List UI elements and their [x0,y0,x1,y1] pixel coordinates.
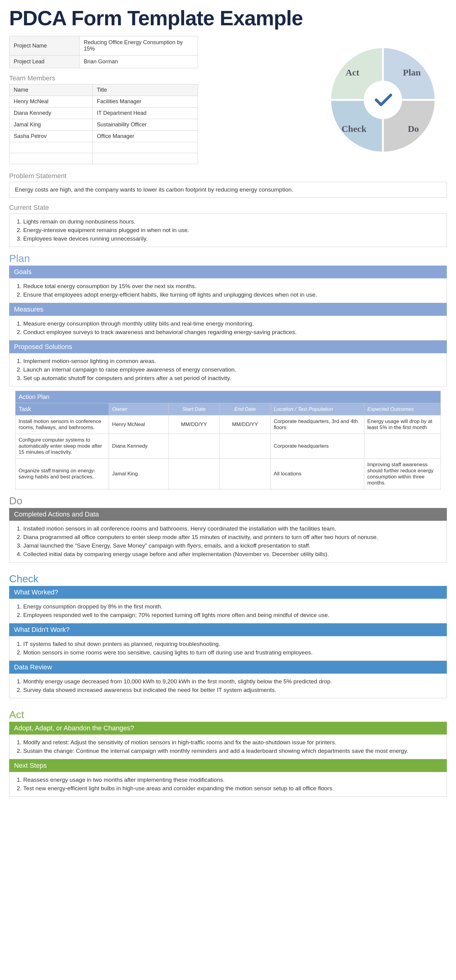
cell: Corporate headquarters [271,434,364,459]
header-out: Expected Outcomes [364,403,440,415]
action-plan-caption: Action Plan [16,391,441,403]
adopt-bar: Adopt, Adapt, or Abandon the Changes? [9,722,447,735]
label-cell: Project Lead [10,56,80,68]
cell [92,142,198,153]
left-column: Project Name Reducing Office Energy Cons… [9,36,307,164]
act-heading: Act [9,709,447,721]
cell: Improving staff awareness should further… [364,459,440,489]
list-item: Reduce total energy consumption by 15% o… [17,282,441,291]
plan-heading: Plan [9,253,447,264]
completed-box: Installed motion sensors in all conferen… [9,521,447,563]
value-cell: Reducing Office Energy Consumption by 15… [80,36,198,56]
cell: Henry McNeal [109,415,169,434]
table-row: Project Lead Brian Gorman [10,56,198,68]
measures-box: Measure energy consumption through month… [9,316,447,340]
page-title: PDCA Form Template Example [9,6,447,30]
list-item: Sustain the change: Continue the interna… [17,747,441,755]
cell [92,153,198,164]
header-name: Name [10,84,92,96]
goals-bar: Goals [9,266,447,278]
cell: Office Manager [92,130,198,142]
list-item: Conduct employee surveys to track awaren… [17,328,441,337]
cell: Organize staff training on energy-saving… [16,459,109,489]
cell: Henry McNeal [10,96,92,108]
list-item: Measure energy consumption through month… [17,320,441,328]
cell: Jamal King [109,459,169,489]
cell: Corporate headquarters, 3rd and 4th floo… [271,415,364,434]
completed-bar: Completed Actions and Data [9,508,447,521]
list-item: Reassess energy usage in two months afte… [17,776,441,784]
list-item: Employees leave devices running unnecess… [17,234,441,243]
list-item: Employees responded well to the campaign… [17,611,441,619]
cell: All locations [271,459,364,489]
list-item: Diana programmed all office computers to… [17,533,441,541]
svg-point-2 [365,82,400,118]
table-row: Organize staff training on energy-saving… [16,459,441,489]
list-item: Installed motion sensors in all conferen… [17,524,441,533]
problem-statement-label: Problem Statement [9,172,447,180]
project-info-table: Project Name Reducing Office Energy Cons… [9,36,198,68]
list-item: Collected initial data by comparing ener… [17,550,441,558]
header-end: End Date [220,403,271,415]
team-members-table: Name Title Henry McNealFacilities Manage… [9,84,198,164]
action-plan-table: Action Plan Task Owner Start Date End Da… [15,391,441,489]
table-header-row: Task Owner Start Date End Date Location … [16,403,441,415]
cell: MM/DD/YY [220,415,271,434]
list-item: Energy-intensive equipment remains plugg… [17,226,441,234]
header-start: Start Date [169,403,220,415]
measures-bar: Measures [9,303,447,316]
table-row: Jamal KingSustainability Officer [10,119,198,130]
list-item: Monthly energy usage decreased from 10,0… [17,677,441,686]
cell: Energy usage will drop by at least 5% in… [364,415,440,434]
cell: Diana Kennedy [10,108,92,119]
list-item: Lights remain on during nonbusiness hour… [17,218,441,226]
do-label: Do [408,124,419,134]
table-header-row: Name Title [10,84,198,96]
current-state-list: Lights remain on during nonbusiness hour… [15,218,441,243]
cell [169,434,220,459]
current-state-label: Current State [9,204,447,212]
cell [169,459,220,489]
cell [364,434,440,459]
datareview-bar: Data Review [9,661,447,674]
list-item: Launch an internal campaign to raise emp… [17,366,441,374]
goals-box: Reduce total energy consumption by 15% o… [9,278,447,303]
table-row [10,142,198,153]
cell: Install motion sensors in conference roo… [16,415,109,434]
cell: Jamal King [10,119,92,130]
table-row: Project Name Reducing Office Energy Cons… [10,36,198,56]
header-task: Task [16,403,109,415]
list-item: Modify and retest: Adjust the sensitivit… [17,738,441,747]
list-item: Implement motion-sensor lighting in comm… [17,357,441,366]
table-row: Configure computer systems to automatica… [16,434,441,459]
next-bar: Next Steps [9,759,447,772]
check-label: Check [341,124,367,134]
check-heading: Check [9,573,447,585]
table-row: Install motion sensors in conference roo… [16,415,441,434]
cell: Diana Kennedy [109,434,169,459]
cell: Facilities Manager [92,96,198,108]
plan-label: Plan [403,67,421,77]
header-owner: Owner [109,403,169,415]
cell [220,459,271,489]
cell: Configure computer systems to automatica… [16,434,109,459]
adopt-box: Modify and retest: Adjust the sensitivit… [9,735,447,759]
list-item: Jamal launched the “Save Energy, Save Mo… [17,541,441,550]
cell [10,153,92,164]
team-members-label: Team Members [9,74,307,82]
table-row [10,153,198,164]
datareview-box: Monthly energy usage decreased from 10,0… [9,674,447,698]
cell: IT Department Head [92,108,198,119]
next-box: Reassess energy usage in two months afte… [9,772,447,797]
list-item: IT systems failed to shut down printers … [17,640,441,648]
list-item: Ensure that employees adopt energy-effic… [17,291,441,299]
list-item: Survey data showed increased awareness b… [17,686,441,694]
current-state-box: Lights remain on during nonbusiness hour… [9,213,447,247]
value-cell: Brian Gorman [80,56,198,68]
label-cell: Project Name [10,36,80,56]
pdca-cycle-diagram: Plan Do Check Act [319,36,447,164]
cell [220,434,271,459]
proposed-box: Implement motion-sensor lighting in comm… [9,353,447,387]
list-item: Set up automatic shutoff for computers a… [17,374,441,382]
header-title: Title [92,84,198,96]
